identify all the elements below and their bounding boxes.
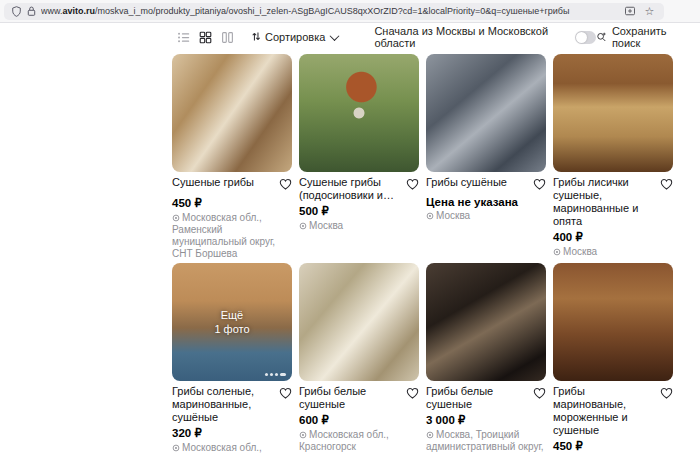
listing-location: Москва <box>426 210 546 222</box>
save-search-button[interactable]: Сохранить поиск <box>596 25 688 49</box>
location-pin-icon <box>299 431 307 439</box>
view-switcher <box>176 30 235 45</box>
grid-view-icon[interactable] <box>198 30 213 45</box>
listing-location: Московская обл., Сергиево-Посадский г.о.… <box>172 442 292 455</box>
listing-location: Московская обл., Красногорск <box>299 429 419 453</box>
listing-photo[interactable]: Ещё 1 фото <box>172 263 292 381</box>
favorite-heart-icon[interactable] <box>406 385 419 403</box>
url-bar[interactable]: www.avito.ru/moskva_i_mo/produkty_pitani… <box>4 3 664 20</box>
listing-toolbar: Сортировка Сначала из Москвы и Московско… <box>0 27 700 47</box>
listing-card[interactable]: Сушеные грибы (подосиновики и… 500 ₽ Мос… <box>299 54 419 232</box>
listing-title[interactable]: Сушеные грибы (подосиновики и… <box>299 176 403 202</box>
moscow-first-toggle[interactable] <box>575 31 596 44</box>
listing-location: Москва <box>299 220 419 232</box>
location-pin-icon <box>426 212 434 220</box>
listing-card[interactable]: Грибы лисички сушеные, маринованные и оп… <box>553 54 673 258</box>
sort-arrows-icon <box>251 31 261 44</box>
location-pin-icon <box>172 214 180 222</box>
listing-card[interactable]: Грибы сушёные Цена не указана Москва <box>426 54 546 222</box>
listing-location: Московская обл., Раменский муниципальный… <box>172 212 292 260</box>
listing-location: Москва <box>553 246 673 258</box>
listing-title[interactable]: Грибы соленые, маринованные, сушёные <box>172 385 276 424</box>
location-pin-icon <box>426 431 434 439</box>
listing-card[interactable]: Грибы белые сушеные 3 000 ₽ Москва, Трои… <box>426 263 546 455</box>
listing-card[interactable]: Грибы маринованые, мороженные и сушеные … <box>553 263 673 455</box>
favorite-heart-icon[interactable] <box>279 176 292 194</box>
listings-grid: Сушеные грибы 450 ₽ Московская обл., Рам… <box>172 54 674 455</box>
listing-photo[interactable] <box>426 263 546 381</box>
save-page-icon[interactable] <box>622 4 637 19</box>
listing-photo[interactable] <box>299 263 419 381</box>
listing-location: Москва, Троицкий административный округ,… <box>426 429 546 455</box>
favorite-heart-icon[interactable] <box>660 176 673 194</box>
listing-title[interactable]: Грибы белые сушеные <box>426 385 530 411</box>
chevron-down-icon <box>330 31 340 41</box>
favorite-heart-icon[interactable] <box>406 176 419 194</box>
photo-carousel-dots <box>265 373 286 376</box>
listing-title[interactable]: Грибы белые сушеные <box>299 385 403 411</box>
listing-price: 450 ₽ <box>172 196 292 210</box>
listing-title[interactable]: Сушеные грибы <box>172 176 276 189</box>
save-search-icon <box>596 31 607 43</box>
favorite-heart-icon[interactable] <box>533 385 546 403</box>
gallery-view-icon[interactable] <box>220 30 235 45</box>
list-view-icon[interactable] <box>176 30 191 45</box>
location-pin-icon <box>553 248 561 256</box>
save-search-label: Сохранить поиск <box>612 25 688 49</box>
location-pin-icon <box>172 444 180 452</box>
listing-card[interactable]: Сушеные грибы 450 ₽ Московская обл., Рам… <box>172 54 292 260</box>
shield-icon[interactable] <box>11 6 22 17</box>
location-pin-icon <box>299 222 307 230</box>
moscow-first-group: Сначала из Москвы и Московской области <box>374 25 596 49</box>
listing-title[interactable]: Грибы маринованые, мороженные и сушеные <box>553 385 657 437</box>
listing-price: 450 ₽ <box>553 439 673 453</box>
favorite-heart-icon[interactable] <box>660 385 673 403</box>
sort-label: Сортировка <box>265 31 325 43</box>
listing-photo[interactable] <box>172 54 292 172</box>
listing-photo[interactable] <box>426 54 546 172</box>
moscow-first-label: Сначала из Москвы и Московской области <box>374 25 567 49</box>
listing-card[interactable]: Ещё 1 фото Грибы соленые, маринованные, … <box>172 263 292 455</box>
listing-photo[interactable] <box>553 54 673 172</box>
favorite-heart-icon[interactable] <box>279 385 292 403</box>
browser-chrome: www.avito.ru/moskva_i_mo/produkty_pitani… <box>0 0 700 23</box>
listing-price: 320 ₽ <box>172 426 292 440</box>
sort-dropdown[interactable]: Сортировка <box>251 31 338 44</box>
listing-card[interactable]: Грибы белые сушеные 600 ₽ Московская обл… <box>299 263 419 453</box>
toggle-knob <box>576 32 587 43</box>
listing-price: 3 000 ₽ <box>426 413 546 427</box>
favorite-heart-icon[interactable] <box>533 176 546 194</box>
listing-price: 600 ₽ <box>299 413 419 427</box>
listing-price: 500 ₽ <box>299 204 419 218</box>
bookmark-star-icon[interactable]: ☆ <box>642 4 657 19</box>
url-text[interactable]: www.avito.ru/moskva_i_mo/produkty_pitani… <box>41 6 617 16</box>
listing-photo[interactable] <box>553 263 673 381</box>
listing-title[interactable]: Грибы лисички сушеные, маринованные и оп… <box>553 176 657 228</box>
more-photos-overlay: Ещё 1 фото <box>172 263 292 381</box>
lock-icon[interactable] <box>27 6 36 16</box>
listing-price: Цена не указана <box>426 196 546 208</box>
listing-price: 400 ₽ <box>553 230 673 244</box>
listing-photo[interactable] <box>299 54 419 172</box>
listing-title[interactable]: Грибы сушёные <box>426 176 530 189</box>
